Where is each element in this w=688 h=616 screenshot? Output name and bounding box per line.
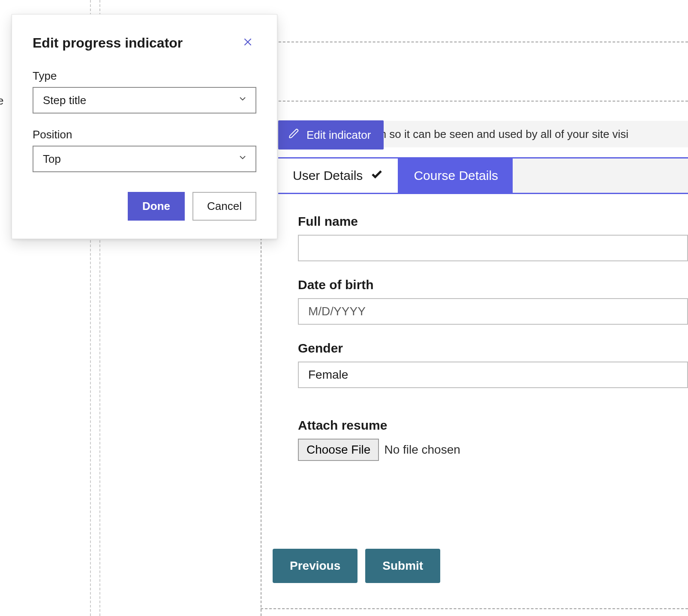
attach-label: Attach resume — [298, 418, 688, 433]
field-full-name: Full name — [298, 214, 688, 261]
pencil-icon — [288, 128, 300, 142]
tab-course-details[interactable]: Course Details — [399, 158, 513, 193]
previous-button[interactable]: Previous — [273, 549, 358, 583]
tab-user-details[interactable]: User Details — [278, 158, 399, 193]
course-details-form: Full name Date of birth Gender Female At… — [298, 214, 688, 477]
position-value: Top — [43, 153, 61, 166]
field-position: Position Top — [33, 128, 256, 172]
type-label: Type — [33, 69, 256, 83]
truncated-left-text: e — [0, 94, 3, 108]
type-select[interactable]: Step title — [33, 87, 256, 114]
done-button[interactable]: Done — [128, 192, 185, 221]
progress-tabs: User Details Course Details — [278, 157, 688, 194]
close-icon — [242, 36, 253, 49]
cancel-button[interactable]: Cancel — [192, 192, 256, 221]
choose-file-button[interactable]: Choose File — [298, 439, 379, 461]
chevron-down-icon — [237, 94, 248, 107]
dob-input[interactable] — [298, 298, 688, 325]
submit-button[interactable]: Submit — [365, 549, 440, 583]
close-button[interactable] — [239, 34, 256, 51]
position-label: Position — [33, 128, 256, 141]
field-type: Type Step title — [33, 69, 256, 114]
field-gender: Gender Female — [298, 341, 688, 388]
position-select[interactable]: Top — [33, 146, 256, 172]
editor-canvas: e on this Web form so it can be seen and… — [0, 0, 688, 616]
form-actions: Previous Submit — [273, 549, 440, 583]
edit-indicator-label: Edit indicator — [306, 129, 371, 142]
tab-label: User Details — [293, 168, 363, 183]
dob-label: Date of birth — [298, 278, 688, 292]
tab-label: Course Details — [414, 168, 498, 183]
file-status-text: No file chosen — [384, 443, 460, 457]
popover-actions: Done Cancel — [33, 192, 256, 221]
gender-label: Gender — [298, 341, 688, 356]
edit-indicator-button[interactable]: Edit indicator — [278, 120, 384, 150]
field-dob: Date of birth — [298, 278, 688, 325]
gender-select[interactable]: Female — [298, 362, 688, 388]
chevron-down-icon — [237, 153, 248, 166]
edit-progress-indicator-popover: Edit progress indicator Type Step title … — [12, 14, 277, 239]
full-name-label: Full name — [298, 214, 688, 229]
popover-title: Edit progress indicator — [33, 35, 183, 51]
field-attach-resume: Attach resume Choose File No file chosen — [298, 418, 688, 461]
type-value: Step title — [43, 94, 86, 107]
check-icon — [370, 168, 383, 184]
full-name-input[interactable] — [298, 235, 688, 261]
gender-value: Female — [308, 368, 348, 382]
